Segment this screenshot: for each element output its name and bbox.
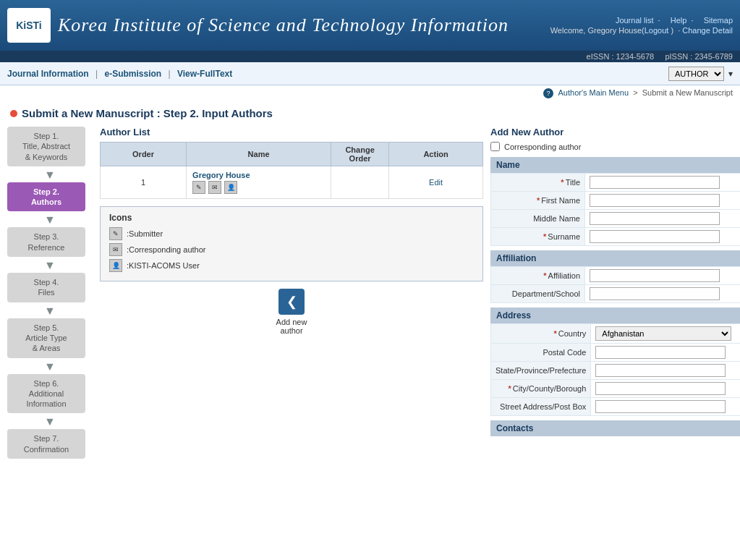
legend-corresponding-label: :Corresponding author	[127, 245, 205, 254]
city-input[interactable]	[595, 382, 726, 395]
arrow-2: ▼	[7, 214, 93, 226]
view-fulltext-link[interactable]: View-FullText	[177, 69, 232, 79]
name-section-header: Name	[490, 157, 740, 173]
col-change-order: Change Order	[331, 143, 389, 166]
sitemap-link[interactable]: Sitemap	[704, 16, 733, 25]
author-list-title: Author List	[100, 127, 483, 137]
address-section: Address *Country AfghanistanAlbaniaAlger…	[490, 307, 740, 416]
main-layout: Step 1. Title, Abstract & Keywords ▼ Ste…	[0, 122, 740, 464]
role-select[interactable]: AUTHOR	[668, 67, 724, 81]
author-action: Edit	[389, 166, 483, 199]
legend-kisti-icon: 👤	[109, 259, 122, 272]
legend-kisti-label: :KISTI-ACOMS User	[127, 261, 200, 270]
legend-submitter-icon: ✎	[109, 227, 122, 240]
legend-submitter: ✎ :Submitter	[109, 227, 474, 240]
page-title: Submit a New Manuscript : Step 2. Input …	[0, 101, 740, 122]
site-title: Korea Institute of Science and Technolog…	[58, 14, 509, 36]
surname-row: *Surname	[491, 228, 741, 246]
esubmission-link[interactable]: e-Submission	[104, 69, 161, 79]
issn-bar: eISSN : 1234-5678 pISSN : 2345-6789	[0, 51, 740, 62]
breadcrumb-icon: ?	[543, 88, 553, 98]
help-link[interactable]: Help	[671, 16, 687, 25]
name-section: Name *Title *First Name Middle Name *Sur…	[490, 157, 740, 246]
state-input[interactable]	[595, 364, 726, 377]
add-author-label: Add new author	[276, 318, 307, 335]
step5-button[interactable]: Step 5. Article Type & Areas	[7, 318, 85, 358]
nav-links: Journal Information | e-Submission | Vie…	[7, 69, 232, 79]
author-order: 1	[101, 166, 187, 199]
breadcrumb-home-link[interactable]: Author's Main Menu	[558, 88, 629, 97]
col-action: Action	[389, 143, 483, 166]
corresponding-author-label: Corresponding author	[504, 143, 581, 151]
legend-kisti: 👤 :KISTI-ACOMS User	[109, 259, 474, 272]
pissn: pISSN : 2345-6789	[665, 52, 733, 61]
author-change-order	[331, 166, 389, 199]
street-input[interactable]	[595, 400, 726, 413]
name-form-table: *Title *First Name Middle Name *Surname	[490, 173, 740, 246]
legend-submitter-label: :Submitter	[127, 229, 163, 238]
postal-row: Postal Code	[491, 344, 741, 362]
right-panel: Add New Author Corresponding author Name…	[490, 127, 740, 460]
change-detail-link[interactable]: Change Detail	[682, 26, 733, 35]
dept-input[interactable]	[590, 287, 720, 300]
contacts-section: Contacts	[490, 420, 740, 436]
user-info: Welcome, Gregory House(Logout ) · Change…	[550, 26, 733, 35]
add-new-author-header: Add New Author	[490, 127, 740, 137]
postal-code-input[interactable]	[595, 346, 726, 359]
arrow-5: ▼	[7, 361, 93, 373]
top-bar: KiSTi Korea Institute of Science and Tec…	[0, 0, 740, 51]
top-links: Journal list · Help · Sitemap	[550, 16, 733, 25]
author-name-cell: Gregory House ✎ ✉ 👤	[187, 166, 331, 199]
address-form-table: *Country AfghanistanAlbaniaAlgeriaAndorr…	[490, 323, 740, 416]
step4-button[interactable]: Step 4. Files	[7, 273, 85, 302]
journal-info-link[interactable]: Journal Information	[7, 69, 89, 79]
affiliation-form-table: *Affiliation Department/School	[490, 266, 740, 303]
title-dot-icon	[10, 110, 17, 117]
icons-legend: Icons ✎ :Submitter ✉ :Corresponding auth…	[100, 206, 483, 281]
nav-right: AUTHOR ▾	[668, 67, 733, 81]
affiliation-row: *Affiliation	[491, 267, 741, 285]
legend-corresponding: ✉ :Corresponding author	[109, 243, 474, 256]
step1-button[interactable]: Step 1. Title, Abstract & Keywords	[7, 127, 85, 166]
nav-bar: Journal Information | e-Submission | Vie…	[0, 62, 740, 85]
middlename-row: Middle Name	[491, 210, 741, 228]
middlename-input[interactable]	[590, 212, 720, 225]
affiliation-input[interactable]	[590, 269, 720, 282]
author-icons: ✎ ✉ 👤	[192, 181, 325, 194]
country-select[interactable]: AfghanistanAlbaniaAlgeriaAndorraAngolaAr…	[595, 326, 731, 341]
logo-box: KiSTi	[7, 8, 51, 43]
corresponding-icon: ✉	[208, 181, 221, 194]
edit-author-link[interactable]: Edit	[429, 178, 443, 187]
step6-button[interactable]: Step 6. Additional Information	[7, 374, 85, 414]
affiliation-section-header: Affiliation	[490, 250, 740, 266]
arrow-3: ▼	[7, 260, 93, 271]
contacts-section-header: Contacts	[490, 420, 740, 436]
col-name: Name	[187, 143, 331, 166]
journal-list-link[interactable]: Journal list	[616, 16, 654, 25]
firstname-input[interactable]	[590, 194, 720, 207]
affiliation-section: Affiliation *Affiliation Department/Scho…	[490, 250, 740, 303]
corresponding-author-row: Corresponding author	[490, 142, 740, 151]
logo-kisti-text: KiSTi	[16, 20, 42, 31]
arrow-6: ▼	[7, 416, 93, 428]
corresponding-author-checkbox[interactable]	[490, 142, 500, 151]
step7-button[interactable]: Step 7. Confirmation	[7, 429, 85, 459]
author-table: Order Name Change Order Action 1 Gregory…	[100, 142, 483, 199]
add-new-author-button[interactable]: ❮	[278, 289, 305, 315]
step2-button[interactable]: Step 2. Authors	[7, 182, 85, 212]
arrow-1: ▼	[7, 169, 93, 181]
surname-input[interactable]	[590, 230, 720, 243]
author-name-link[interactable]: Gregory House	[192, 171, 325, 179]
submitter-icon: ✎	[192, 181, 205, 194]
table-row: 1 Gregory House ✎ ✉ 👤 Edit	[101, 166, 483, 199]
logout-link[interactable]: Logout	[645, 26, 669, 35]
step3-button[interactable]: Step 3. Reference	[7, 227, 85, 257]
address-section-header: Address	[490, 307, 740, 323]
title-row: *Title	[491, 174, 741, 192]
state-row: State/Province/Prefecture	[491, 362, 741, 380]
title-input[interactable]	[590, 176, 720, 189]
country-row: *Country AfghanistanAlbaniaAlgeriaAndorr…	[491, 324, 741, 344]
kisti-icon: 👤	[224, 181, 237, 194]
dept-row: Department/School	[491, 285, 741, 303]
add-author-area: ❮ Add new author	[100, 289, 483, 335]
